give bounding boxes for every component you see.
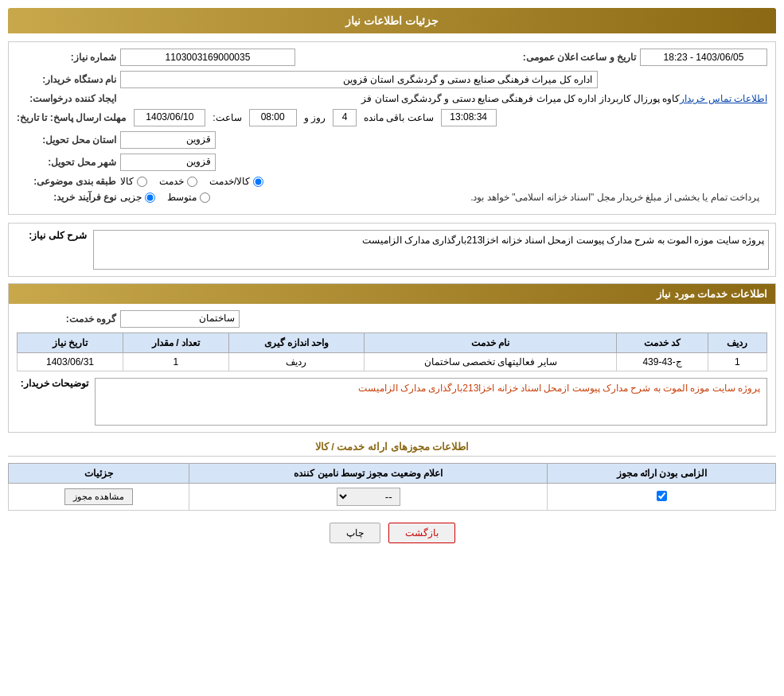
purchase-partial-label: جزیی [120,192,142,203]
cell-need-date: 1403/06/31 [18,353,123,371]
city-value: قزوین [120,154,216,171]
category-goods-service-item: کالا/خدمت [209,176,263,187]
view-permit-button[interactable]: مشاهده مجوز [64,488,133,505]
creator-row: ایجاد کننده درخواست: کاوه پورزال کاربردا… [17,93,767,104]
category-goods-radio[interactable] [137,177,147,187]
province-row: استان محل تحویل: قزوین [17,131,767,149]
category-goods-label: کالا [120,176,134,187]
purchase-partial-radio[interactable] [145,192,155,203]
cell-service-name: سایر فعالیتهای تخصصی ساختمان [364,353,616,371]
col-header-code: کد خدمت [617,333,708,353]
general-need-value: پروژه سایت موزه الموت به شرح مدارک پیوست… [93,230,769,270]
services-body: گروه خدمت: ساختمان ردیف کد خدمت نام خدمت… [9,304,775,432]
permits-col-detail: جزئیات [9,464,189,484]
cell-row-num: 1 [708,353,766,371]
province-label: استان محل تحویل: [17,134,120,146]
cell-quantity: 1 [123,353,228,371]
service-group-label: گروه خدمت: [17,313,120,325]
category-goods-service-label: کالا/خدمت [209,176,250,187]
buyer-org-row: نام دستگاه خریدار: اداره کل میراث فرهنگی… [17,71,767,88]
page-header: جزئیات اطلاعات نیاز [8,8,776,33]
col-header-row: ردیف [708,333,766,353]
permits-title: اطلاعات مجوزهای ارائه خدمت / کالا [8,441,776,457]
category-radio-group: کالا خدمت کالا/خدمت [120,176,263,187]
purchase-partial-item: جزیی [120,192,155,203]
category-row: طبقه بندی موضوعی: کالا خدمت کالا/خدمت [17,176,767,187]
service-group-value: ساختمان [120,310,240,328]
city-label: شهر محل تحویل: [17,157,120,168]
cell-service-code: ج-43-439 [617,353,708,371]
purchase-note: پرداخت تمام یا بخشی از مبلغ خریدار مجل "… [210,192,767,203]
category-label: طبقه بندی موضوعی: [17,176,120,187]
category-service-radio[interactable] [187,177,197,187]
creator-value: کاوه پورزال کاربرداز اداره کل میراث فرهن… [120,93,680,104]
permit-required-checkbox[interactable] [657,491,667,501]
category-goods-service-radio[interactable] [253,177,263,187]
col-header-date: تاریخ نیاز [18,333,123,353]
col-header-qty: تعداد / مقدار [123,333,228,353]
buyer-desc-value: پروژه سایت موزه الموت به شرح مدارک پیوست… [95,378,767,426]
purchase-medium-label: متوسط [167,192,197,203]
purchase-type-row: نوع فرآیند خرید: جزیی متوسط پرداخت تمام … [17,192,767,203]
need-number-value: 1103003169000035 [120,49,295,66]
general-need-section: شرح کلی نیاز: پروژه سایت موزه الموت به ش… [8,223,776,277]
table-row: 1 ج-43-439 سایر فعالیتهای تخصصی ساختمان … [18,353,767,371]
category-service-item: خدمت [159,176,197,187]
category-goods-item: کالا [120,176,147,187]
announcement-value: 1403/06/05 - 18:23 [640,49,767,66]
buyer-desc-row: توضیحات خریدار: پروژه سایت موزه الموت به… [17,378,767,426]
general-need-label: شرح کلی نیاز: [15,230,87,241]
purchase-medium-item: متوسط [167,192,210,203]
need-info-section: شماره نیاز: 1103003169000035 تاریخ و ساع… [8,41,776,215]
permits-table: الزامی بودن ارائه مجوز اعلام وضعیت مجوز … [8,463,776,511]
category-service-label: خدمت [159,176,184,187]
province-value: قزوین [120,131,216,149]
service-group-row: گروه خدمت: ساختمان [17,310,767,328]
need-number-label: شماره نیاز: [17,52,120,63]
deadline-days-label: روز و [304,112,326,123]
back-button[interactable]: بازگشت [388,523,455,543]
permit-status-cell: -- [189,484,548,511]
permit-required-cell [548,484,776,511]
purchase-radio-group: جزیی متوسط [120,192,210,203]
purchase-medium-radio[interactable] [200,192,210,203]
need-info-body: شماره نیاز: 1103003169000035 تاریخ و ساع… [9,42,775,214]
deadline-days: 4 [333,109,357,126]
permits-section: اطلاعات مجوزهای ارائه خدمت / کالا الزامی… [8,441,776,511]
button-group: بازگشت چاپ [8,523,776,543]
deadline-time-label: ساعت: [213,112,241,123]
cell-unit: ردیف [228,353,364,371]
deadline-date: 1403/06/10 [134,109,205,126]
services-section: اطلاعات خدمات مورد نیاز گروه خدمت: ساختم… [8,283,776,433]
services-table: ردیف کد خدمت نام خدمت واحد اندازه گیری ت… [17,332,767,371]
print-button[interactable]: چاپ [330,523,380,543]
need-number-row: شماره نیاز: 1103003169000035 تاریخ و ساع… [17,49,767,66]
deadline-row: مهلت ارسال پاسخ: تا تاریخ: 1403/06/10 سا… [17,109,767,126]
permit-row: -- مشاهده مجوز [9,484,776,511]
buyer-org-label: نام دستگاه خریدار: [17,74,120,85]
announcement-label: تاریخ و ساعت اعلان عمومی: [523,52,640,63]
creator-link[interactable]: اطلاعات تماس خریدار [680,93,767,104]
permit-status-select[interactable]: -- [337,488,400,506]
deadline-remaining: 13:08:34 [441,109,497,126]
city-row: شهر محل تحویل: قزوین [17,154,767,171]
purchase-type-label: نوع فرآیند خرید: [17,192,120,203]
creator-label: ایجاد کننده درخواست: [17,93,120,104]
col-header-name: نام خدمت [364,333,616,353]
page-title: جزئیات اطلاعات نیاز [345,14,439,27]
col-header-unit: واحد اندازه گیری [228,333,364,353]
permits-col-required: الزامی بودن ارائه مجوز [548,464,776,484]
services-title: اطلاعات خدمات مورد نیاز [9,284,775,304]
permits-col-status: اعلام وضعیت مجوز توسط نامین کننده [189,464,548,484]
deadline-time: 08:00 [249,109,297,126]
buyer-org-value: اداره کل میراث فرهنگی صنایع دستی و گردشگ… [120,71,598,88]
permit-detail-cell: مشاهده مجوز [9,484,189,511]
buyer-desc-label: توضیحات خریدار: [17,378,88,389]
deadline-label: مهلت ارسال پاسخ: تا تاریخ: [17,112,130,123]
deadline-remaining-label: ساعت باقی مانده [364,112,434,123]
